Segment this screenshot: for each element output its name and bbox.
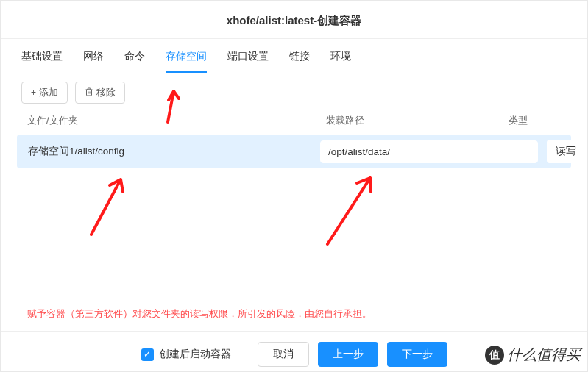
table-row[interactable]: 存储空间1/alist/config 读写 ⌄ (17, 135, 571, 168)
type-select[interactable]: 读写 ⌄ (547, 140, 588, 163)
tab-storage[interactable]: 存储空间 (166, 41, 207, 73)
checkbox-label: 创建后启动容器 (159, 348, 231, 361)
add-button[interactable]: + 添加 (21, 82, 68, 104)
next-button[interactable]: 下一步 (387, 342, 447, 367)
cell-type: 读写 ⌄ (547, 140, 588, 163)
checkbox-icon: ✓ (141, 348, 154, 361)
tab-ports[interactable]: 端口设置 (227, 41, 269, 73)
col-header-type: 类型 (509, 114, 561, 127)
table-header: 文件/文件夹 装载路径 类型 (1, 107, 587, 135)
remove-button[interactable]: 移除 (75, 82, 125, 104)
tab-links[interactable]: 链接 (289, 41, 310, 73)
dialog-title: xhofe/alist:latest-创建容器 (1, 1, 587, 39)
col-header-path: 装载路径 (326, 114, 509, 127)
toolbar: + 添加 移除 (1, 74, 587, 107)
tab-network[interactable]: 网络 (83, 41, 104, 73)
prev-button[interactable]: 上一步 (318, 342, 378, 367)
cell-file: 存储空间1/alist/config (24, 145, 320, 158)
tab-command[interactable]: 命令 (124, 41, 145, 73)
footer: ✓ 创建后启动容器 取消 上一步 下一步 (1, 331, 587, 372)
cancel-button[interactable]: 取消 (258, 342, 309, 367)
tab-basic[interactable]: 基础设置 (21, 41, 63, 73)
tab-env[interactable]: 环境 (330, 41, 351, 73)
trash-icon (85, 87, 93, 99)
mount-path-input[interactable] (320, 140, 538, 163)
warning-text: 赋予容器（第三方软件）对您文件夹的读写权限，所引发的风险，由您自行承担。 (1, 304, 587, 331)
annotation-arrows (1, 168, 587, 279)
tab-bar: 基础设置 网络 命令 存储空间 端口设置 链接 环境 (1, 41, 587, 74)
start-after-create-checkbox[interactable]: ✓ 创建后启动容器 (141, 348, 231, 361)
plus-icon: + (31, 87, 36, 98)
cell-path (320, 140, 547, 163)
